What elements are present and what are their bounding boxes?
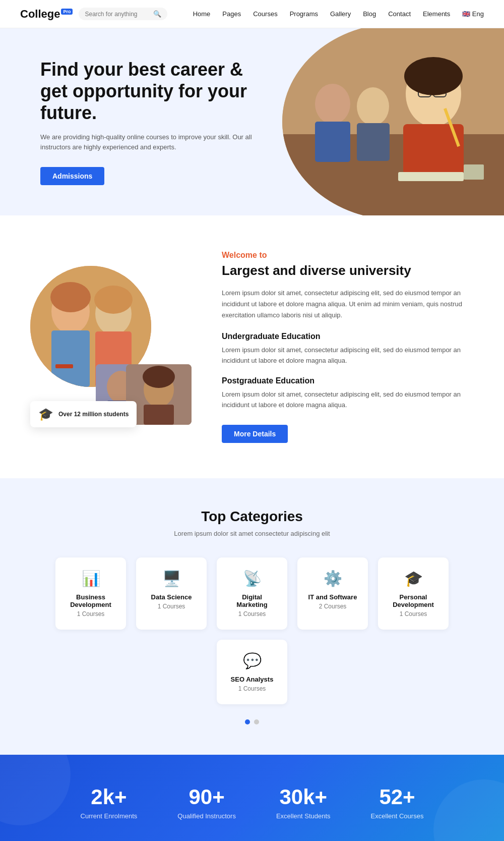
category-card-business[interactable]: 📊 Business Development 1 Courses: [55, 557, 126, 630]
stat-label-0: Current Enrolments: [81, 812, 138, 820]
category-name-data: Data Science: [145, 593, 198, 601]
category-count-digital: 1 Courses: [226, 610, 278, 618]
svg-point-22: [94, 286, 133, 314]
hero-image: [282, 28, 504, 215]
hero-section: Find your best career & get opportunity …: [0, 28, 504, 215]
graduation-icon: 🎓: [38, 407, 53, 421]
admissions-button[interactable]: Admissions: [40, 167, 104, 185]
nav-programs[interactable]: Programs: [290, 10, 318, 18]
undergrad-heading: Undergraduate Education: [222, 332, 474, 341]
category-icon-personal: 🎓: [387, 570, 439, 587]
category-card-personal[interactable]: 🎓 Personal Development 1 Courses: [378, 557, 449, 630]
svg-rect-31: [144, 405, 174, 425]
svg-point-8: [404, 57, 463, 95]
category-name-it: IT and Software: [306, 593, 359, 601]
category-count-it: 2 Courses: [306, 603, 359, 610]
category-name-seo: SEO Analysts: [226, 676, 278, 683]
about-content: Welcome to Largest and diverse universit…: [222, 251, 474, 442]
stat-value-3: 52+: [371, 785, 424, 809]
stat-card-text: Over 12 million students: [58, 411, 129, 418]
stat-value-2: 30k+: [276, 785, 331, 809]
svg-point-19: [50, 282, 91, 312]
svg-rect-11: [315, 122, 350, 162]
nav-pages[interactable]: Pages: [222, 10, 241, 18]
category-count-personal: 1 Courses: [387, 610, 439, 618]
svg-rect-13: [357, 123, 390, 161]
category-icon-seo: 💬: [226, 652, 278, 669]
category-count-data: 1 Courses: [145, 603, 198, 610]
nav-home[interactable]: Home: [193, 10, 211, 18]
category-icon-digital: 📡: [226, 570, 278, 587]
categories-section: Top Categories Lorem ipsum dolor sit ame…: [0, 478, 504, 755]
logo-badge: Pro: [61, 9, 73, 15]
search-icon: 🔍: [153, 10, 161, 18]
category-icon-data: 🖥️: [145, 570, 198, 587]
svg-rect-23: [55, 364, 73, 368]
more-details-button[interactable]: More Details: [222, 425, 288, 443]
category-name-personal: Personal Development: [387, 593, 439, 608]
nav-gallery[interactable]: Gallery: [330, 10, 351, 18]
svg-rect-15: [464, 164, 484, 180]
categories-title: Top Categories: [20, 509, 484, 525]
svg-rect-14: [398, 172, 464, 181]
language-selector[interactable]: 🇬🇧 Eng: [462, 10, 484, 18]
logo: CollegePro: [20, 8, 73, 21]
welcome-label: Welcome to: [222, 251, 474, 260]
nav-elements[interactable]: Elements: [423, 10, 450, 18]
hero-subtitle: We are providing high-quality online cou…: [40, 132, 252, 153]
nav-courses[interactable]: Courses: [253, 10, 277, 18]
svg-point-32: [143, 366, 175, 388]
stat-item-1: 90+ Qualified Instructors: [177, 785, 236, 820]
stat-label-1: Qualified Instructors: [177, 812, 236, 820]
category-icon-it: ⚙️: [306, 570, 359, 587]
category-card-digital[interactable]: 📡 Digital Marketing 1 Courses: [217, 557, 287, 630]
nav-blog[interactable]: Blog: [363, 10, 376, 18]
categories-subtitle: Lorem ipsum dolor sit amet consectetur a…: [20, 530, 484, 537]
stat-value-0: 2k+: [81, 785, 138, 809]
stats-banner: 2k+ Current Enrolments 90+ Qualified Ins…: [0, 755, 504, 841]
stat-label-2: Excellent Students: [276, 812, 331, 820]
about-images: 🎓 Over 12 million students: [30, 266, 192, 427]
stat-label-3: Excellent Courses: [371, 812, 424, 820]
stat-item-2: 30k+ Excellent Students: [276, 785, 331, 820]
navbar: CollegePro 🔍 Home Pages Courses Programs…: [0, 0, 504, 28]
category-name-business: Business Development: [65, 593, 117, 608]
stat-value-1: 90+: [177, 785, 236, 809]
dot-indicators: [20, 719, 484, 724]
svg-rect-18: [51, 330, 90, 387]
postgrad-text: Lorem ipsum dolor sit amet, consectetur …: [222, 389, 474, 411]
category-icon-business: 📊: [65, 570, 117, 587]
logo-text: College: [20, 8, 60, 20]
category-count-seo: 1 Courses: [226, 685, 278, 692]
svg-point-12: [357, 87, 389, 126]
search-bar[interactable]: 🔍: [79, 8, 167, 20]
stat-item-0: 2k+ Current Enrolments: [81, 785, 138, 820]
dot-2[interactable]: [254, 719, 259, 724]
category-count-business: 1 Courses: [65, 610, 117, 618]
nav-links: Home Pages Courses Programs Gallery Blog…: [193, 10, 484, 18]
about-section: 🎓 Over 12 million students Welcome to La…: [0, 215, 504, 478]
category-card-seo[interactable]: 💬 SEO Analysts 1 Courses: [217, 640, 287, 704]
svg-point-10: [315, 84, 350, 124]
hero-title: Find your best career & get opportunity …: [40, 59, 252, 124]
dot-1[interactable]: [245, 719, 250, 724]
about-title: Largest and diverse university: [222, 263, 474, 278]
hero-image-svg: [282, 28, 504, 215]
categories-grid: 📊 Business Development 1 Courses 🖥️ Data…: [20, 557, 484, 704]
stat-card: 🎓 Over 12 million students: [30, 401, 137, 427]
category-name-digital: Digital Marketing: [226, 593, 278, 608]
category-card-data[interactable]: 🖥️ Data Science 1 Courses: [136, 557, 207, 630]
stat-item-3: 52+ Excellent Courses: [371, 785, 424, 820]
nav-contact[interactable]: Contact: [388, 10, 411, 18]
category-card-it[interactable]: ⚙️ IT and Software 2 Courses: [297, 557, 368, 630]
undergrad-text: Lorem ipsum dolor sit amet, consectetur …: [222, 345, 474, 366]
postgrad-heading: Postgraduate Education: [222, 376, 474, 385]
hero-text: Find your best career & get opportunity …: [40, 59, 252, 185]
about-description: Lorem ipsum dolor sit amet, consectetur …: [222, 288, 474, 321]
search-input[interactable]: [85, 11, 150, 18]
